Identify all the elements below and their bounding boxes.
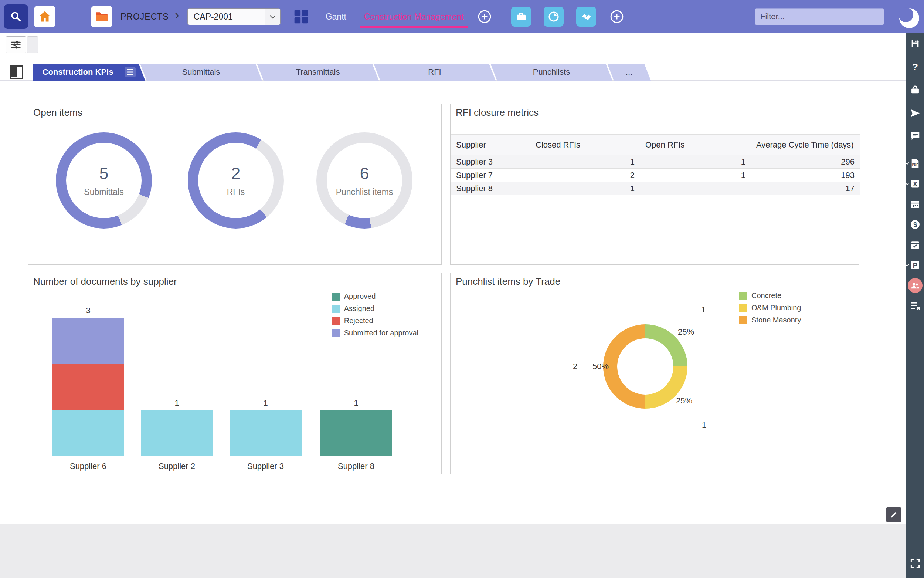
filter-input[interactable] [755, 8, 884, 25]
bar-value-label: 3 [86, 306, 90, 315]
view-options-toolbar [6, 36, 38, 53]
search-button[interactable] [4, 5, 28, 29]
plus-circle-icon [477, 9, 492, 24]
chevron-down-icon [905, 264, 909, 266]
nav-tab-construction-management[interactable]: Construction Management [364, 12, 464, 22]
chevron-down-icon [905, 162, 909, 165]
column-header: Average Cycle Time (days) [751, 135, 860, 155]
folder-icon [95, 10, 108, 24]
legend-swatch [332, 305, 340, 313]
gauge-rfis: 2 RFIs [188, 132, 284, 229]
gauge-label: Submittals [84, 187, 123, 197]
bar-supplier-8: 1 Supplier 8 [320, 398, 392, 456]
send-button[interactable] [909, 108, 921, 119]
bar-segment-submitted-for-approval [52, 318, 124, 364]
bar-category-label: Supplier 3 [230, 461, 302, 471]
powerpoint-icon: P [910, 260, 920, 270]
legend-swatch [739, 316, 747, 324]
panel-title: Open items [33, 107, 83, 119]
tab-transmittals[interactable]: Transmittals [257, 63, 379, 81]
rfi-metrics-table: Supplier Closed RFIs Open RFIs Average C… [451, 134, 860, 195]
rfi-closure-metrics-panel: RFI closure metrics Supplier Closed RFIs… [450, 104, 859, 265]
schedule-button[interactable] [909, 239, 921, 250]
edit-dashboard-button[interactable] [886, 507, 901, 522]
chevron-down-icon[interactable] [265, 8, 280, 25]
legend-item: O&M Plumbing [739, 304, 801, 312]
donut-hole [617, 338, 673, 395]
tab-submittals[interactable]: Submittals [140, 63, 262, 81]
tab-more[interactable]: ... [607, 63, 651, 81]
gauge-value: 6 [360, 164, 369, 183]
export-powerpoint-button[interactable]: P [909, 260, 921, 271]
bar-segment-assigned [52, 410, 124, 456]
breadcrumb-projects-label: PROJECTS [120, 12, 169, 22]
schedule-calendar-icon [910, 240, 920, 250]
fullscreen-icon [909, 558, 921, 569]
contacts-button[interactable] [908, 278, 922, 293]
comment-icon [909, 130, 921, 142]
chevron-down-icon [905, 182, 909, 185]
budget-button[interactable]: $ [909, 219, 921, 230]
home-icon [38, 10, 51, 23]
tab-construction-kpis[interactable]: Construction KPIs [32, 63, 145, 81]
table-row: Supplier 7 2 1 193 [451, 169, 860, 182]
bar-value-label: 1 [354, 398, 358, 408]
toolbox-button[interactable] [511, 6, 531, 27]
tab-menu-icon[interactable] [125, 67, 136, 77]
tune-sliders-icon [10, 39, 21, 50]
checkbox-fill-icon [11, 67, 17, 77]
bar-category-label: Supplier 6 [52, 461, 124, 471]
legend-swatch [332, 329, 340, 337]
handshake-icon [580, 10, 592, 23]
apps-grid-button[interactable] [293, 8, 309, 25]
export-pdf-button[interactable]: PDF [909, 158, 921, 169]
pdf-icon: PDF [910, 158, 920, 169]
slice-value-label: 1 [701, 305, 706, 315]
svg-text:P: P [913, 261, 918, 269]
export-excel-button[interactable]: X [909, 178, 921, 189]
tab-punchlists[interactable]: Punchlists [490, 63, 612, 81]
toolbox-icon [910, 85, 920, 95]
bar-value-label: 1 [175, 398, 179, 408]
column-header: Supplier [451, 135, 531, 155]
trade-donut-chart [603, 324, 688, 409]
project-selector[interactable]: CAP-2001 [188, 8, 280, 25]
pie-chart-legend: Concrete O&M Plumbing Stone Masonry [739, 291, 801, 324]
calendar-button[interactable] [909, 198, 921, 209]
add-view-button[interactable] [477, 9, 492, 24]
layout-settings-button[interactable] [6, 36, 26, 53]
help-button[interactable]: ? [909, 62, 921, 73]
toolbox-sidebar-button[interactable] [909, 84, 921, 96]
slice-value-label: 2 [573, 362, 577, 371]
table-row: Supplier 8 1 17 [451, 182, 860, 195]
tab-rfi[interactable]: RFI [374, 63, 496, 81]
collapse-toolbar-button[interactable] [27, 36, 38, 53]
save-button[interactable] [909, 38, 921, 49]
time-tracking-button[interactable] [544, 6, 564, 27]
projects-folder-button[interactable] [91, 6, 112, 28]
task-list-button[interactable] [909, 300, 921, 312]
comments-button[interactable] [909, 130, 921, 142]
svg-text:$: $ [913, 221, 917, 229]
gauge-value: 5 [99, 164, 108, 183]
help-icon: ? [909, 62, 921, 73]
legend-swatch [332, 317, 340, 325]
bar-segment-assigned [230, 410, 302, 456]
collaboration-button[interactable] [576, 6, 596, 27]
legend-item: Assigned [332, 304, 418, 313]
save-icon [910, 39, 920, 49]
punchlist-by-trade-panel: Punchlist items by Trade 1 25% 2 50% 25%… [450, 273, 859, 474]
nav-tab-gantt[interactable]: Gantt [325, 12, 346, 22]
fullscreen-button[interactable] [909, 558, 921, 569]
home-button[interactable] [34, 6, 55, 28]
add-module-button[interactable] [610, 9, 624, 24]
dollar-icon: $ [909, 219, 921, 230]
slice-percent-label: 50% [592, 362, 609, 371]
app-logo [899, 4, 919, 29]
gauge-punchlist-items: 6 Punchlist items [316, 132, 413, 229]
select-view-checkbox[interactable] [10, 65, 23, 79]
table-header-row: Supplier Closed RFIs Open RFIs Average C… [451, 135, 860, 155]
bar-value-label: 1 [263, 398, 268, 408]
legend-item: Stone Masonry [739, 316, 801, 324]
plus-circle-icon [610, 9, 624, 24]
